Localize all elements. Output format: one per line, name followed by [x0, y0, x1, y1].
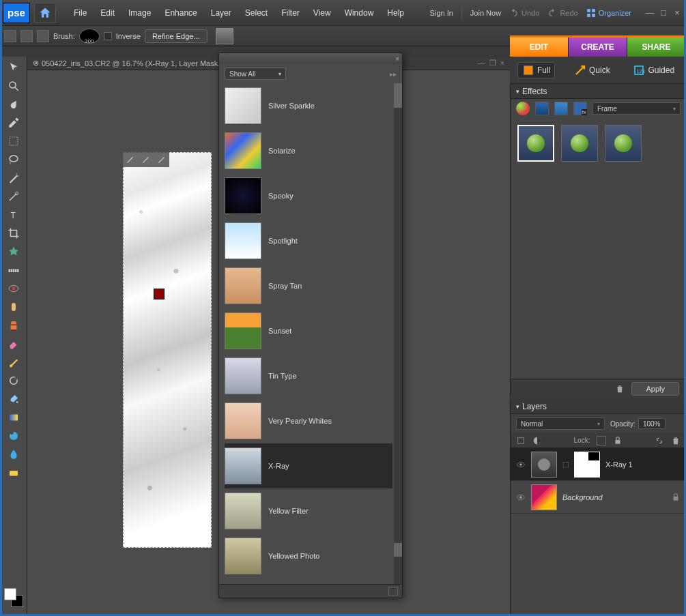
clone-stamp-tool[interactable] [4, 317, 23, 334]
minimize-button[interactable]: — [645, 8, 655, 18]
expand-icon[interactable]: ▸▸ [390, 70, 397, 78]
sponge-tool[interactable] [4, 465, 23, 481]
brush-icon[interactable] [126, 155, 135, 164]
quick-selection-tool[interactable] [4, 188, 23, 205]
scrollbar[interactable] [394, 83, 402, 584]
grid-view-icon[interactable] [388, 587, 398, 596]
menu-filter[interactable]: Filter [274, 5, 306, 20]
crop-tool[interactable] [4, 225, 23, 241]
subtab-full[interactable]: Full [517, 62, 555, 78]
effect-item[interactable]: Spotlight [225, 218, 392, 263]
fx-category-layerstyles-icon[interactable] [535, 102, 549, 115]
menu-edit[interactable]: Edit [94, 5, 122, 20]
apply-button[interactable]: Apply [631, 382, 679, 396]
effect-item[interactable]: Silver Sparkle [225, 83, 392, 128]
blur-tool[interactable] [4, 446, 23, 463]
mode-tab-edit[interactable]: EDIT [510, 38, 569, 57]
adjustment-layer-icon[interactable] [532, 436, 542, 445]
scrollbar-thumb[interactable] [394, 543, 402, 557]
menu-enhance[interactable]: Enhance [158, 5, 203, 20]
brush-icon[interactable] [157, 155, 167, 164]
visibility-icon[interactable] [516, 460, 526, 469]
maximize-button[interactable]: □ [659, 8, 668, 18]
brush-icon[interactable] [141, 155, 151, 164]
effect-thumb-3[interactable] [605, 125, 642, 162]
menu-view[interactable]: View [306, 5, 338, 20]
join-now-link[interactable]: Join Now [470, 9, 501, 17]
hand-tool[interactable] [4, 96, 23, 113]
brush-picker[interactable]: 300 [79, 29, 100, 44]
doc-restore-button[interactable]: ❐ [489, 59, 496, 68]
menu-layer[interactable]: Layer [204, 5, 238, 20]
brush-mode-add-icon[interactable] [4, 30, 16, 42]
visibility-icon[interactable] [516, 493, 526, 502]
layer-row-background[interactable]: Background [511, 481, 686, 514]
doc-close-button[interactable]: × [500, 59, 504, 68]
layer-mask-thumbnail[interactable] [574, 452, 600, 478]
effect-thumb-2[interactable] [561, 125, 598, 162]
gradient-tool[interactable] [4, 409, 23, 426]
undo-button[interactable]: Undo [509, 8, 539, 18]
straighten-tool[interactable] [4, 262, 23, 278]
menu-window[interactable]: Window [338, 5, 381, 20]
close-icon[interactable]: × [395, 55, 399, 63]
type-tool[interactable]: T [4, 207, 23, 223]
marquee-tool[interactable] [4, 133, 23, 149]
inverse-checkbox[interactable] [104, 32, 112, 40]
blend-mode-dropdown[interactable]: Normal [516, 417, 605, 430]
brush-tool[interactable] [4, 354, 23, 370]
fx-category-photoeffects-icon[interactable] [554, 102, 568, 115]
color-swatches[interactable] [4, 588, 23, 607]
show-all-dropdown[interactable]: Show All [225, 68, 286, 80]
home-button[interactable] [34, 3, 56, 23]
scrollbar-thumb[interactable] [394, 83, 402, 108]
subtab-quick[interactable]: Quick [570, 63, 614, 78]
effect-item[interactable]: Yellow Filter [225, 488, 392, 533]
foreground-color-swatch[interactable] [4, 588, 16, 600]
eraser-tool[interactable] [4, 336, 23, 352]
layer-thumbnail[interactable] [531, 452, 557, 478]
effect-item[interactable]: Spooky [225, 173, 392, 218]
zoom-tool[interactable] [4, 78, 23, 94]
effect-item[interactable]: Sunset [225, 308, 392, 353]
magic-wand-tool[interactable] [4, 170, 23, 186]
effects-popup-header[interactable]: × [219, 53, 402, 64]
healing-brush-tool[interactable] [4, 299, 23, 315]
redeye-tool[interactable] [4, 280, 23, 297]
menu-help[interactable]: Help [380, 5, 411, 20]
document-canvas[interactable] [123, 152, 212, 548]
brush-mode-intersect-icon[interactable] [37, 30, 49, 42]
options-thumbnail[interactable] [216, 28, 233, 44]
effect-item[interactable]: Spray Tan [225, 263, 392, 308]
organizer-button[interactable]: Organizer [586, 8, 631, 18]
layer-thumbnail[interactable] [531, 484, 557, 510]
effect-item[interactable]: X-Ray [225, 443, 392, 488]
trash-icon[interactable] [615, 384, 625, 394]
fx-category-all-icon[interactable] [573, 102, 587, 115]
eyedropper-tool[interactable] [4, 115, 23, 131]
effect-item[interactable]: Solarize [225, 128, 392, 173]
effect-thumb-1[interactable] [517, 125, 554, 162]
sign-in-link[interactable]: Sign In [430, 9, 453, 17]
layers-panel-header[interactable]: Layers [511, 399, 686, 414]
cookie-cutter-tool[interactable] [4, 244, 23, 260]
close-button[interactable]: × [672, 8, 682, 18]
effect-item[interactable]: Yellowed Photo [225, 533, 392, 578]
doc-minimize-button[interactable]: — [478, 59, 485, 68]
layer-row-xray[interactable]: ⬚ X-Ray 1 [511, 448, 686, 481]
mode-tab-create[interactable]: CREATE [569, 38, 627, 57]
link-layers-icon[interactable] [655, 436, 664, 445]
subtab-guided[interactable]: 123 Guided [629, 63, 678, 78]
shape-tool[interactable] [4, 428, 23, 444]
opacity-value[interactable]: 100% [638, 418, 666, 429]
menu-file[interactable]: File [67, 5, 94, 20]
brush-mode-subtract-icon[interactable] [20, 30, 33, 42]
mode-tab-share[interactable]: SHARE [627, 38, 686, 57]
lock-all-icon[interactable] [613, 436, 623, 445]
smart-brush-tool[interactable] [4, 372, 23, 389]
menu-image[interactable]: Image [122, 5, 158, 20]
delete-layer-icon[interactable] [671, 436, 681, 445]
lasso-tool[interactable] [4, 151, 23, 168]
fx-category-filters-icon[interactable] [516, 102, 530, 115]
paint-bucket-tool[interactable] [4, 391, 23, 407]
